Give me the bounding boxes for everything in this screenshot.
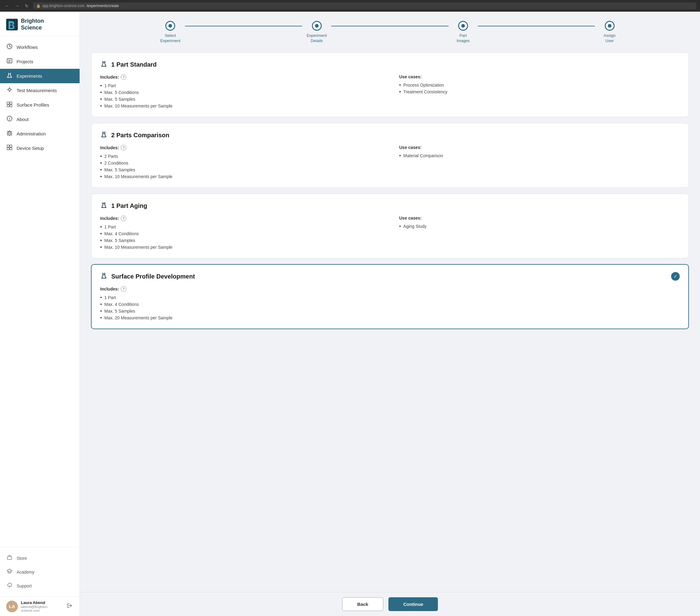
- card-two-parts-comparison[interactable]: 2 Parts Comparison Includes: ? 2 Parts2 …: [91, 123, 689, 188]
- svg-point-7: [8, 88, 11, 91]
- sidebar-item-academy[interactable]: Academy: [0, 565, 79, 579]
- sidebar-item-surface-profiles[interactable]: Surface Profiles: [0, 98, 79, 112]
- user-section: LA Laura Abend labend@Brighton-science.c…: [0, 596, 79, 616]
- list-item: Max. 5 Samples: [100, 96, 381, 103]
- includes-label-one-part-standard: Includes: ?: [100, 74, 381, 80]
- brighton-science-logo-icon: [6, 19, 18, 30]
- sidebar-item-device-setup[interactable]: Device Setup: [0, 141, 79, 155]
- list-item: Material Comparison: [399, 152, 680, 159]
- sidebar-label-administration: Administration: [16, 131, 46, 136]
- list-item: Max. 5 Samples: [100, 308, 680, 315]
- card-icon-surface-profile-development: [100, 272, 108, 281]
- svg-rect-21: [7, 148, 9, 150]
- list-item: Process Optimization: [399, 82, 680, 88]
- sidebar-label-store: Store: [16, 556, 27, 561]
- includes-label-two-parts-comparison: Includes: ?: [100, 145, 381, 151]
- sidebar-item-workflows[interactable]: Workflows: [0, 40, 79, 54]
- card-surface-profile-development[interactable]: Surface Profile Development ✓ Includes: …: [91, 264, 689, 329]
- back-button[interactable]: ←: [4, 3, 11, 9]
- list-item: 2 Conditions: [100, 160, 381, 166]
- card-title-one-part-aging: 1 Part Aging: [111, 202, 147, 209]
- device-setup-icon: [6, 144, 13, 152]
- footer-bar: Back Continue: [80, 592, 700, 616]
- administration-icon: [6, 130, 13, 138]
- list-item: Max. 20 Measurements per Sample: [100, 315, 680, 321]
- workflows-icon: [6, 43, 13, 51]
- logout-button[interactable]: [65, 602, 73, 611]
- continue-button[interactable]: Continue: [388, 597, 438, 611]
- svg-rect-20: [10, 145, 12, 147]
- logo-text: Brighton Science: [21, 18, 44, 31]
- forward-button[interactable]: →: [13, 3, 21, 9]
- lock-icon: 🔒: [36, 4, 40, 8]
- card-icon-one-part-standard: [100, 60, 108, 69]
- help-icon-one-part-aging[interactable]: ?: [121, 216, 126, 221]
- list-item: Max. 4 Conditions: [100, 301, 680, 308]
- sidebar-item-experiments[interactable]: Experiments: [0, 69, 79, 83]
- sidebar-label-surface-profiles: Surface Profiles: [16, 102, 49, 107]
- store-icon: [6, 555, 13, 562]
- card-title-two-parts-comparison: 2 Parts Comparison: [111, 132, 169, 139]
- list-item: Max. 4 Conditions: [100, 230, 381, 237]
- help-icon-two-parts-comparison[interactable]: ?: [121, 145, 126, 151]
- svg-rect-14: [7, 105, 9, 107]
- step-label-3: PartImages: [457, 33, 470, 43]
- svg-rect-15: [10, 105, 12, 107]
- list-item: Max. 5 Samples: [100, 237, 381, 244]
- list-item: Aging Study: [399, 223, 680, 230]
- browser-bar: ← → ↻ 🔒 app.brighton-science.com /experi…: [0, 0, 700, 12]
- url-base: app.brighton-science.com: [42, 4, 85, 8]
- card-icon-two-parts-comparison: [100, 131, 108, 140]
- use-cases-label-one-part-aging: Use cases:: [399, 216, 680, 220]
- user-info: Laura Abend labend@Brighton-science.com: [21, 600, 62, 612]
- svg-rect-23: [8, 556, 12, 560]
- back-button[interactable]: Back: [342, 597, 384, 611]
- includes-label-one-part-aging: Includes: ?: [100, 216, 381, 221]
- sidebar-item-store[interactable]: Store: [0, 551, 79, 565]
- sidebar-label-academy: Academy: [16, 570, 34, 575]
- sidebar: Brighton Science Workflows: [0, 12, 80, 616]
- sidebar-label-projects: Projects: [16, 59, 33, 64]
- support-icon: [6, 582, 13, 589]
- use-cases-label-one-part-standard: Use cases:: [399, 74, 680, 79]
- card-title-surface-profile-development: Surface Profile Development: [111, 273, 195, 280]
- sidebar-item-administration[interactable]: Administration: [0, 127, 79, 141]
- sidebar-item-about[interactable]: i About: [0, 112, 79, 127]
- selected-check-surface-profile-development: ✓: [671, 272, 680, 281]
- list-item: 1 Part: [100, 82, 381, 89]
- sidebar-bottom: Store Academy Support: [0, 547, 79, 596]
- reload-button[interactable]: ↻: [23, 3, 30, 9]
- svg-text:i: i: [9, 117, 10, 120]
- sidebar-item-test-measurements[interactable]: Test Measurements: [0, 83, 79, 98]
- browser-navigation[interactable]: ← → ↻: [4, 3, 30, 9]
- sidebar-item-support[interactable]: Support: [0, 579, 79, 593]
- app-layout: Brighton Science Workflows: [0, 12, 700, 616]
- url-path: /experiments/create: [86, 4, 118, 8]
- experiments-icon: [6, 72, 13, 80]
- step-circle-2: [312, 21, 322, 31]
- sidebar-item-projects[interactable]: Projects: [0, 54, 79, 69]
- main-content: SelectExperiment ExperimentDetails PartI…: [80, 12, 700, 616]
- step-part-images: PartImages: [390, 21, 537, 43]
- svg-rect-12: [7, 102, 9, 104]
- card-one-part-aging[interactable]: 1 Part Aging Includes: ? 1 PartMax. 4 Co…: [91, 193, 689, 259]
- list-item: Max. 5 Samples: [100, 166, 381, 173]
- card-one-part-standard[interactable]: 1 Part Standard Includes: ? 1 PartMax. 5…: [91, 52, 689, 117]
- step-circle-1: [165, 21, 175, 31]
- url-bar[interactable]: 🔒 app.brighton-science.com /experiments/…: [33, 2, 696, 9]
- includes-label-surface-profile-development: Includes: ?: [100, 286, 680, 292]
- help-icon-one-part-standard[interactable]: ?: [121, 74, 126, 80]
- svg-rect-19: [7, 145, 9, 147]
- academy-icon: [6, 568, 13, 576]
- content-area: SelectExperiment ExperimentDetails PartI…: [80, 12, 700, 592]
- step-experiment-details: ExperimentDetails: [244, 21, 390, 43]
- help-icon-surface-profile-development[interactable]: ?: [121, 286, 126, 292]
- list-item: 1 Part: [100, 294, 680, 301]
- list-item: 1 Part: [100, 223, 381, 230]
- sidebar-label-workflows: Workflows: [16, 44, 38, 50]
- svg-rect-22: [10, 148, 12, 150]
- svg-rect-2: [7, 59, 12, 63]
- sidebar-label-support: Support: [16, 583, 32, 588]
- list-item: Max. 10 Measurements per Sample: [100, 103, 381, 109]
- about-icon: i: [6, 115, 13, 123]
